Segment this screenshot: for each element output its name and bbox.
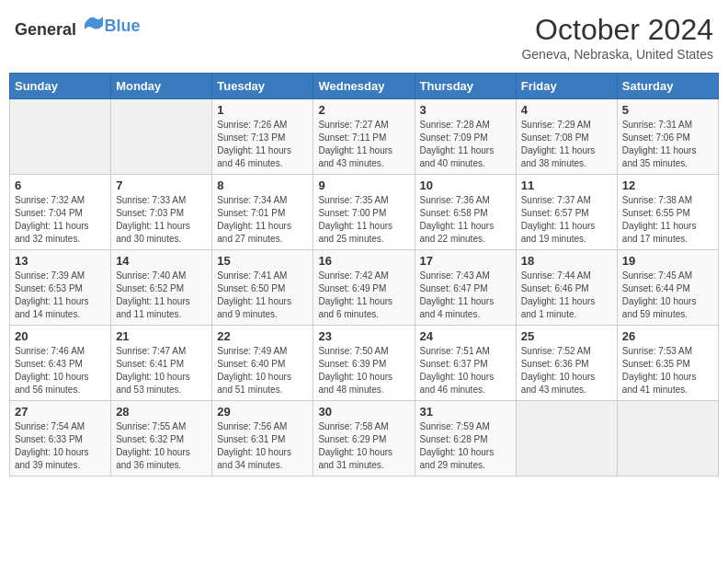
- calendar-cell: 4Sunrise: 7:29 AM Sunset: 7:08 PM Daylig…: [516, 99, 617, 175]
- day-number: 5: [622, 103, 713, 117]
- day-info: Sunrise: 7:34 AM Sunset: 7:01 PM Dayligh…: [217, 194, 308, 246]
- day-info: Sunrise: 7:54 AM Sunset: 6:33 PM Dayligh…: [15, 420, 106, 472]
- day-number: 26: [622, 329, 713, 343]
- day-info: Sunrise: 7:41 AM Sunset: 6:50 PM Dayligh…: [217, 270, 308, 321]
- day-number: 27: [15, 405, 106, 419]
- calendar-cell: [10, 99, 111, 175]
- day-number: 1: [217, 103, 308, 117]
- calendar-cell: [111, 99, 212, 175]
- calendar-week-1: 1Sunrise: 7:26 AM Sunset: 7:13 PM Daylig…: [10, 99, 719, 175]
- calendar-cell: 27Sunrise: 7:54 AM Sunset: 6:33 PM Dayli…: [10, 401, 111, 477]
- day-number: 28: [116, 405, 207, 419]
- day-number: 22: [217, 329, 308, 343]
- page-header: General Blue October 2024 Geneva, Nebras…: [9, 9, 719, 65]
- day-number: 18: [521, 254, 612, 268]
- day-number: 25: [521, 329, 612, 343]
- day-number: 4: [521, 103, 612, 117]
- calendar-cell: [516, 401, 617, 477]
- title-section: October 2024 Geneva, Nebraska, United St…: [521, 13, 713, 62]
- day-number: 17: [420, 254, 511, 268]
- day-number: 7: [116, 178, 207, 192]
- calendar-cell: 21Sunrise: 7:47 AM Sunset: 6:41 PM Dayli…: [111, 326, 212, 401]
- day-number: 20: [15, 329, 106, 343]
- calendar-cell: [617, 401, 718, 477]
- day-info: Sunrise: 7:32 AM Sunset: 7:04 PM Dayligh…: [15, 194, 106, 246]
- month-title: October 2024: [521, 13, 713, 47]
- calendar-cell: 7Sunrise: 7:33 AM Sunset: 7:03 PM Daylig…: [111, 175, 212, 250]
- calendar-cell: 2Sunrise: 7:27 AM Sunset: 7:11 PM Daylig…: [313, 99, 415, 175]
- calendar-week-4: 20Sunrise: 7:46 AM Sunset: 6:43 PM Dayli…: [10, 326, 719, 401]
- day-info: Sunrise: 7:49 AM Sunset: 6:40 PM Dayligh…: [217, 345, 308, 396]
- day-info: Sunrise: 7:43 AM Sunset: 6:47 PM Dayligh…: [420, 270, 511, 321]
- day-number: 19: [622, 254, 713, 268]
- day-info: Sunrise: 7:28 AM Sunset: 7:09 PM Dayligh…: [420, 119, 511, 170]
- calendar-cell: 18Sunrise: 7:44 AM Sunset: 6:46 PM Dayli…: [516, 250, 617, 326]
- day-number: 14: [116, 254, 207, 268]
- day-number: 8: [217, 178, 308, 192]
- day-number: 16: [318, 254, 409, 268]
- calendar-cell: 30Sunrise: 7:58 AM Sunset: 6:29 PM Dayli…: [313, 401, 415, 477]
- calendar-week-3: 13Sunrise: 7:39 AM Sunset: 6:53 PM Dayli…: [10, 250, 719, 326]
- day-info: Sunrise: 7:36 AM Sunset: 6:58 PM Dayligh…: [420, 194, 511, 246]
- calendar-cell: 11Sunrise: 7:37 AM Sunset: 6:57 PM Dayli…: [516, 175, 617, 250]
- day-number: 11: [521, 178, 612, 192]
- column-header-wednesday: Wednesday: [313, 74, 415, 99]
- calendar-cell: 6Sunrise: 7:32 AM Sunset: 7:04 PM Daylig…: [10, 175, 111, 250]
- day-info: Sunrise: 7:27 AM Sunset: 7:11 PM Dayligh…: [318, 119, 409, 170]
- calendar-cell: 28Sunrise: 7:55 AM Sunset: 6:32 PM Dayli…: [111, 401, 212, 477]
- calendar-cell: 13Sunrise: 7:39 AM Sunset: 6:53 PM Dayli…: [10, 250, 111, 326]
- day-number: 15: [217, 254, 308, 268]
- column-header-friday: Friday: [516, 74, 617, 99]
- day-info: Sunrise: 7:46 AM Sunset: 6:43 PM Dayligh…: [15, 345, 106, 396]
- day-number: 9: [318, 178, 409, 192]
- day-info: Sunrise: 7:39 AM Sunset: 6:53 PM Dayligh…: [15, 270, 106, 321]
- day-number: 12: [622, 178, 713, 192]
- calendar-cell: 12Sunrise: 7:38 AM Sunset: 6:55 PM Dayli…: [617, 175, 718, 250]
- day-number: 24: [420, 329, 511, 343]
- calendar-cell: 17Sunrise: 7:43 AM Sunset: 6:47 PM Dayli…: [415, 250, 516, 326]
- day-info: Sunrise: 7:40 AM Sunset: 6:52 PM Dayligh…: [116, 270, 207, 321]
- logo-general-text: General: [15, 20, 76, 39]
- day-info: Sunrise: 7:50 AM Sunset: 6:39 PM Dayligh…: [318, 345, 409, 396]
- calendar-cell: 26Sunrise: 7:53 AM Sunset: 6:35 PM Dayli…: [617, 326, 718, 401]
- day-info: Sunrise: 7:53 AM Sunset: 6:35 PM Dayligh…: [622, 345, 713, 396]
- calendar-cell: 8Sunrise: 7:34 AM Sunset: 7:01 PM Daylig…: [212, 175, 313, 250]
- day-info: Sunrise: 7:59 AM Sunset: 6:28 PM Dayligh…: [420, 420, 511, 472]
- day-number: 31: [420, 405, 511, 419]
- day-number: 3: [420, 103, 511, 117]
- calendar-cell: 24Sunrise: 7:51 AM Sunset: 6:37 PM Dayli…: [415, 326, 516, 401]
- day-number: 10: [420, 178, 511, 192]
- day-number: 13: [15, 254, 106, 268]
- calendar-cell: 22Sunrise: 7:49 AM Sunset: 6:40 PM Dayli…: [212, 326, 313, 401]
- day-number: 2: [318, 103, 409, 117]
- day-info: Sunrise: 7:31 AM Sunset: 7:06 PM Dayligh…: [622, 119, 713, 170]
- logo-icon: [83, 13, 105, 35]
- day-info: Sunrise: 7:37 AM Sunset: 6:57 PM Dayligh…: [521, 194, 612, 246]
- day-info: Sunrise: 7:47 AM Sunset: 6:41 PM Dayligh…: [116, 345, 207, 396]
- column-header-tuesday: Tuesday: [212, 74, 313, 99]
- day-info: Sunrise: 7:52 AM Sunset: 6:36 PM Dayligh…: [521, 345, 612, 396]
- calendar-cell: 5Sunrise: 7:31 AM Sunset: 7:06 PM Daylig…: [617, 99, 718, 175]
- calendar-cell: 20Sunrise: 7:46 AM Sunset: 6:43 PM Dayli…: [10, 326, 111, 401]
- day-number: 21: [116, 329, 207, 343]
- calendar-body: 1Sunrise: 7:26 AM Sunset: 7:13 PM Daylig…: [10, 99, 719, 477]
- column-header-saturday: Saturday: [617, 74, 718, 99]
- calendar-cell: 23Sunrise: 7:50 AM Sunset: 6:39 PM Dayli…: [313, 326, 415, 401]
- day-info: Sunrise: 7:35 AM Sunset: 7:00 PM Dayligh…: [318, 194, 409, 246]
- calendar-cell: 1Sunrise: 7:26 AM Sunset: 7:13 PM Daylig…: [212, 99, 313, 175]
- day-number: 29: [217, 405, 308, 419]
- day-info: Sunrise: 7:55 AM Sunset: 6:32 PM Dayligh…: [116, 420, 207, 472]
- day-number: 6: [15, 178, 106, 192]
- logo-blue-text: Blue: [105, 17, 141, 35]
- calendar-week-2: 6Sunrise: 7:32 AM Sunset: 7:04 PM Daylig…: [10, 175, 719, 250]
- location-text: Geneva, Nebraska, United States: [521, 47, 713, 62]
- day-info: Sunrise: 7:26 AM Sunset: 7:13 PM Dayligh…: [217, 119, 308, 170]
- header-row: SundayMondayTuesdayWednesdayThursdayFrid…: [10, 74, 719, 99]
- day-info: Sunrise: 7:51 AM Sunset: 6:37 PM Dayligh…: [420, 345, 511, 396]
- day-info: Sunrise: 7:56 AM Sunset: 6:31 PM Dayligh…: [217, 420, 308, 472]
- logo: General Blue: [15, 13, 141, 40]
- calendar-cell: 3Sunrise: 7:28 AM Sunset: 7:09 PM Daylig…: [415, 99, 516, 175]
- calendar-cell: 9Sunrise: 7:35 AM Sunset: 7:00 PM Daylig…: [313, 175, 415, 250]
- calendar-cell: 10Sunrise: 7:36 AM Sunset: 6:58 PM Dayli…: [415, 175, 516, 250]
- day-info: Sunrise: 7:42 AM Sunset: 6:49 PM Dayligh…: [318, 270, 409, 321]
